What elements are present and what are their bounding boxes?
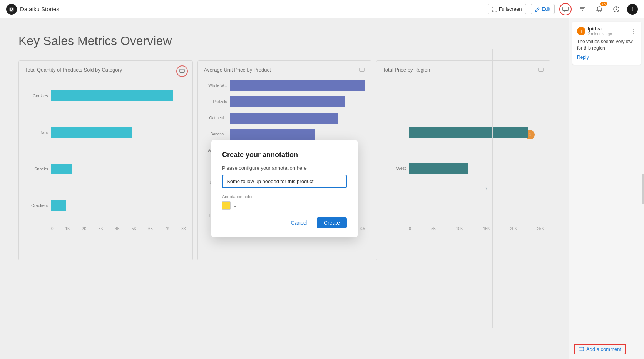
edit-button[interactable]: Edit bbox=[531, 4, 555, 14]
reply-button[interactable]: Reply bbox=[577, 55, 636, 60]
comment-user: l lpirtea 2 minutes ago bbox=[577, 26, 612, 36]
modal-subtitle: Please configure your annotation here bbox=[222, 165, 347, 171]
cancel-button[interactable]: Cancel bbox=[285, 217, 313, 228]
color-chevron-icon[interactable]: ⌄ bbox=[233, 203, 237, 208]
scrollbar-track bbox=[642, 174, 644, 204]
create-button[interactable]: Create bbox=[317, 217, 347, 228]
comment-options-button[interactable]: ⋮ bbox=[630, 28, 636, 35]
comment-header: l lpirtea 2 minutes ago ⋮ bbox=[577, 26, 636, 36]
modal-actions: Cancel Create bbox=[222, 217, 347, 228]
svg-rect-2 bbox=[563, 7, 568, 11]
color-selector: ⌄ bbox=[222, 201, 347, 210]
svg-rect-7 bbox=[579, 347, 584, 351]
nav-left: D Dataiku Stories bbox=[6, 4, 59, 15]
fullscreen-icon bbox=[492, 7, 497, 12]
filter-button[interactable] bbox=[576, 3, 589, 15]
comment-username: lpirtea bbox=[588, 26, 612, 32]
annotation-text-input[interactable] bbox=[222, 175, 347, 188]
comment-time: 2 minutes ago bbox=[588, 32, 612, 36]
bell-icon bbox=[596, 6, 602, 12]
fullscreen-button[interactable]: Fullscreen bbox=[488, 4, 526, 14]
main-layout: Key Sales Metrics Overview Total Quantit… bbox=[0, 18, 644, 359]
comment-nav-button[interactable] bbox=[559, 3, 572, 15]
app-logo: D bbox=[6, 4, 17, 15]
add-comment-icon bbox=[579, 347, 584, 352]
help-button[interactable] bbox=[610, 3, 622, 15]
app-title: Dataiku Stories bbox=[20, 6, 59, 12]
annotation-color-label: Annotation color bbox=[222, 194, 347, 199]
color-swatch-yellow[interactable] bbox=[222, 201, 231, 210]
nav-right: Fullscreen Edit ! bbox=[488, 3, 638, 15]
create-annotation-modal: Create your annotation Please configure … bbox=[211, 140, 358, 237]
modal-title: Create your annotation bbox=[222, 151, 347, 159]
comment-text: The values seems very low for this regio… bbox=[577, 38, 636, 52]
edit-icon bbox=[535, 7, 540, 12]
sidebar-bottom: Add a comment bbox=[569, 339, 644, 359]
filter-icon bbox=[579, 6, 585, 12]
top-nav: D Dataiku Stories Fullscreen Edit ! bbox=[0, 0, 644, 18]
comment-avatar: l bbox=[577, 27, 585, 35]
user-avatar[interactable]: ! bbox=[627, 4, 638, 15]
comment-icon bbox=[562, 6, 569, 12]
svg-text:D: D bbox=[10, 7, 13, 12]
help-icon bbox=[613, 6, 619, 12]
comment-card: l lpirtea 2 minutes ago ⋮ The values see… bbox=[572, 22, 641, 65]
add-comment-button[interactable]: Add a comment bbox=[574, 344, 626, 354]
notification-button[interactable] bbox=[593, 3, 606, 15]
modal-overlay: Create your annotation Please configure … bbox=[0, 18, 569, 359]
content-area: Key Sales Metrics Overview Total Quantit… bbox=[0, 18, 569, 359]
add-comment-label: Add a comment bbox=[586, 346, 621, 352]
right-sidebar: l lpirtea 2 minutes ago ⋮ The values see… bbox=[569, 18, 644, 359]
